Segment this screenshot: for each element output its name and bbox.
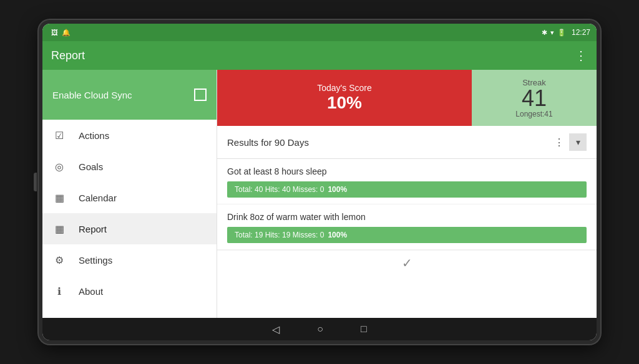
score-row: Today's Score 10% Streak 41 Longest:41 — [217, 70, 597, 126]
back-button[interactable]: ◁ — [272, 323, 280, 335]
result-bar-percent-1: 100% — [328, 231, 347, 239]
results-dropdown-button[interactable]: ▾ — [569, 133, 587, 151]
cloud-sync-row: Enable Cloud Sync — [42, 70, 217, 120]
more-options-icon[interactable]: ⋮ — [575, 48, 588, 63]
cloud-sync-checkbox[interactable] — [194, 89, 207, 101]
result-item-0: Got at least 8 hours sleep Total: 40 Hit… — [217, 159, 597, 204]
wifi-icon: ▾ — [550, 29, 554, 37]
result-item-title-0: Got at least 8 hours sleep — [227, 166, 587, 176]
dropdown-chevron-icon: ▾ — [576, 137, 580, 147]
sidebar-item-actions[interactable]: ☑ Actions — [42, 120, 217, 151]
results-title: Results for 90 Days — [227, 137, 549, 148]
nav-items: ☑ Actions ◎ Goals ▦ Calendar ▦ Report — [42, 120, 217, 318]
status-bar-left: 🖼 🔔 — [51, 29, 71, 37]
about-label: About — [79, 286, 103, 297]
actions-icon: ☑ — [52, 128, 66, 142]
result-bar-1: Total: 19 Hits: 19 Misses: 0 100% — [227, 227, 587, 243]
result-bar-text-0: Total: 40 Hits: 40 Misses: 0 — [235, 185, 324, 194]
notification-icon: 🔔 — [62, 29, 71, 37]
app-title: Report — [51, 49, 575, 62]
results-list: Got at least 8 hours sleep Total: 40 Hit… — [217, 159, 597, 318]
results-menu-icon[interactable]: ⋮ — [554, 136, 564, 148]
app-bar: Report ⋮ — [42, 41, 597, 70]
sidebar-item-about[interactable]: ℹ About — [42, 275, 217, 307]
calendar-label: Calendar — [79, 193, 117, 203]
recent-button[interactable]: □ — [361, 323, 367, 335]
streak-value: 41 — [522, 87, 547, 110]
clock: 12:27 — [572, 28, 590, 37]
results-header: Results for 90 Days ⋮ ▾ — [217, 126, 597, 159]
sidebar-item-goals[interactable]: ◎ Goals — [42, 151, 217, 182]
goals-icon: ◎ — [52, 160, 66, 173]
tablet-shell: 🖼 🔔 ✱ ▾ 🔋 12:27 Report ⋮ Enable Cloud Sy… — [39, 20, 600, 344]
score-value: 10% — [327, 93, 362, 113]
streak-card: Streak 41 Longest:41 — [472, 70, 597, 126]
actions-label: Actions — [79, 130, 109, 141]
streak-longest: Longest:41 — [515, 110, 552, 118]
result-bar-text-1: Total: 19 Hits: 19 Misses: 0 — [235, 231, 324, 239]
bottom-check-row: ✓ — [217, 250, 597, 275]
report-icon: ▦ — [52, 222, 66, 236]
result-item-1: Drink 8oz of warm water with lemon Total… — [217, 204, 597, 250]
result-item-title-1: Drink 8oz of warm water with lemon — [227, 212, 587, 222]
system-status-icons: ✱ ▾ 🔋 12:27 — [542, 28, 590, 37]
report-label: Report — [79, 224, 107, 234]
sidebar: Enable Cloud Sync ☑ Actions ◎ Goals ▦ — [42, 70, 217, 318]
sidebar-item-calendar[interactable]: ▦ Calendar — [42, 182, 217, 213]
image-icon: 🖼 — [51, 29, 58, 36]
home-button[interactable]: ○ — [317, 323, 323, 335]
cloud-sync-label: Enable Cloud Sync — [52, 90, 184, 100]
result-bar-percent-0: 100% — [328, 185, 347, 194]
about-icon: ℹ — [52, 284, 66, 298]
screen: 🖼 🔔 ✱ ▾ 🔋 12:27 Report ⋮ Enable Cloud Sy… — [42, 24, 597, 340]
right-panel: Today's Score 10% Streak 41 Longest:41 R… — [217, 70, 597, 318]
system-nav-bar: ◁ ○ □ — [42, 318, 597, 340]
goals-label: Goals — [79, 161, 103, 172]
sidebar-item-report[interactable]: ▦ Report — [42, 213, 217, 244]
settings-label: Settings — [79, 255, 112, 266]
check-icon: ✓ — [402, 256, 412, 271]
score-card: Today's Score 10% — [217, 70, 472, 126]
battery-icon: 🔋 — [557, 29, 566, 37]
main-content: Enable Cloud Sync ☑ Actions ◎ Goals ▦ — [42, 70, 597, 318]
calendar-icon: ▦ — [52, 191, 66, 204]
score-label: Today's Score — [317, 83, 372, 93]
status-bar: 🖼 🔔 ✱ ▾ 🔋 12:27 — [42, 24, 597, 41]
sidebar-item-settings[interactable]: ⚙ Settings — [42, 244, 217, 275]
settings-icon: ⚙ — [52, 253, 66, 267]
bluetooth-icon: ✱ — [542, 29, 547, 37]
result-bar-0: Total: 40 Hits: 40 Misses: 0 100% — [227, 181, 587, 198]
